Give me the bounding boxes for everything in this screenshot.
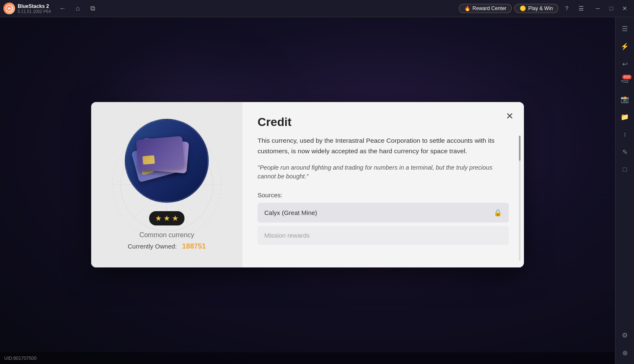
source-item-2-name: Mission rewards	[264, 232, 310, 239]
sidebar-tot-icon[interactable]: TOZ	[617, 74, 632, 89]
app-version: 5.11.51.1002 P64	[18, 9, 51, 14]
scrollbar-thumb[interactable]	[519, 136, 521, 161]
sidebar-bottom-icon[interactable]: ⊕	[617, 345, 632, 360]
titlebar: BlueStacks 2 5.11.51.1002 P64 ← ⌂ ⧉ 🔥 Re…	[0, 0, 634, 17]
sidebar-square-icon[interactable]: □	[617, 162, 632, 177]
play-win-label: Play & Win	[528, 5, 553, 11]
sidebar-settings-icon[interactable]: ⚙	[617, 327, 632, 343]
sidebar-folder-icon[interactable]: 📁	[617, 109, 632, 124]
item-owned-row: Currently Owned: 188751	[128, 242, 206, 251]
right-sidebar: ☰ ⚡ ↩ TOZ 📸 📁 ↕ ✎ □ ⚙ ⊕	[615, 17, 634, 364]
item-category: Common currency	[139, 231, 195, 239]
logo-icon	[3, 3, 15, 14]
sources-label: Sources:	[258, 191, 509, 199]
credit-card-3	[136, 136, 185, 171]
scrollbar-track[interactable]	[519, 136, 521, 261]
home-button[interactable]: ⌂	[71, 3, 84, 14]
dialog-close-button[interactable]: ✕	[502, 109, 517, 124]
app-name-text: BlueStacks 2 5.11.51.1002 P64	[18, 3, 51, 14]
reward-fire-icon: 🔥	[464, 5, 471, 11]
dialog-quote: "People run around fighting and trading …	[258, 163, 509, 182]
credit-dialog: ★ ★ ★ Common currency Currently Owned: 1…	[91, 102, 524, 267]
back-button[interactable]: ←	[56, 3, 69, 14]
titlebar-nav: ← ⌂ ⧉	[56, 3, 100, 14]
play-win-button[interactable]: 🟡 Play & Win	[514, 4, 558, 13]
dialog-overlay: ★ ★ ★ Common currency Currently Owned: 1…	[0, 17, 615, 352]
bottom-bar: UID:801707500	[0, 352, 615, 364]
item-avatar	[125, 119, 209, 203]
source-item-2: Mission rewards	[258, 226, 509, 245]
owned-value: 188751	[182, 242, 206, 250]
stars-container: ★ ★ ★	[149, 211, 184, 225]
source-item-1[interactable]: Calyx (Great Mine) 🔒	[258, 203, 509, 223]
titlebar-right: 🔥 Reward Center 🟡 Play & Win ? ☰ ─ □ ✕	[459, 3, 631, 14]
star-3: ★	[172, 214, 179, 223]
window-controls: ─ □ ✕	[592, 3, 631, 14]
uid-text: UID:801707500	[4, 356, 37, 361]
dialog-right-panel: ✕ Credit This currency, used by the Inte…	[242, 102, 524, 267]
maximize-button[interactable]: □	[605, 3, 617, 14]
svg-point-14	[153, 147, 167, 160]
dialog-left-panel: ★ ★ ★ Common currency Currently Owned: 1…	[91, 102, 242, 267]
sidebar-resize-icon[interactable]: ↕	[617, 127, 632, 142]
item-avatar-container	[125, 119, 209, 203]
sidebar-lightning-icon[interactable]: ⚡	[617, 39, 632, 54]
tabs-button[interactable]: ⧉	[86, 3, 100, 14]
star-2: ★	[163, 214, 170, 223]
reward-center-button[interactable]: 🔥 Reward Center	[459, 4, 512, 13]
menu-button[interactable]: ☰	[575, 3, 587, 14]
credit-card-stack	[139, 140, 194, 182]
dialog-title: Credit	[258, 115, 509, 129]
close-x-icon: ✕	[506, 111, 513, 122]
owned-label: Currently Owned:	[128, 243, 177, 250]
play-win-icon: 🟡	[520, 5, 526, 11]
star-1: ★	[155, 214, 162, 223]
app-name: BlueStacks 2	[18, 3, 51, 9]
dialog-description: This currency, used by the Interastral P…	[258, 136, 509, 157]
sidebar-camera-icon[interactable]: 📸	[617, 92, 632, 107]
app-logo: BlueStacks 2 5.11.51.1002 P64	[3, 3, 51, 14]
minimize-button[interactable]: ─	[592, 3, 604, 14]
sidebar-refresh-icon[interactable]: ↩	[617, 56, 632, 71]
lock-icon: 🔒	[494, 209, 502, 217]
sidebar-edit-icon[interactable]: ✎	[617, 144, 632, 160]
sidebar-menu-icon[interactable]: ☰	[617, 21, 632, 36]
reward-center-label: Reward Center	[473, 5, 507, 11]
source-item-1-name: Calyx (Great Mine)	[264, 209, 317, 216]
close-button[interactable]: ✕	[619, 3, 631, 14]
help-button[interactable]: ?	[561, 3, 573, 14]
